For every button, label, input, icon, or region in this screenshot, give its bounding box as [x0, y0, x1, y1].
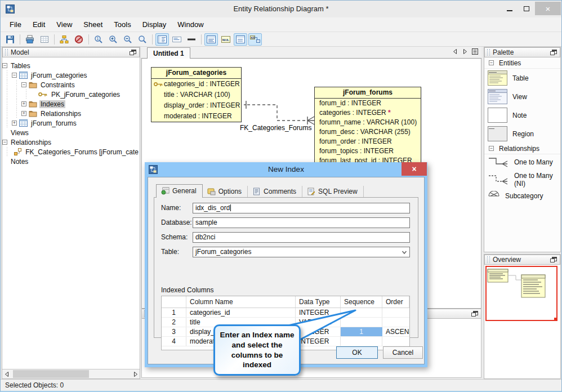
tree-item-relationships[interactable]: −Relationships — [2, 137, 140, 147]
save-button[interactable] — [3, 33, 17, 46]
tree-item-label[interactable]: Views — [10, 129, 30, 137]
zoom-actual-button[interactable]: 1 — [92, 33, 105, 46]
palette-item-subcategory[interactable]: Subcategory — [484, 189, 560, 203]
palette-section-entities[interactable]: −Entities — [484, 57, 560, 69]
tree-item-label[interactable]: Relationships — [39, 110, 82, 118]
model-tree-hscrollbar[interactable] — [2, 369, 140, 378]
panel-grip[interactable] — [5, 49, 8, 56]
menu-item-view[interactable]: View — [51, 17, 78, 32]
tree-item-jforum-forums[interactable]: +jForum_forums — [2, 118, 140, 128]
grid-header-order[interactable]: Order — [382, 296, 409, 308]
view-details-button[interactable] — [204, 33, 218, 46]
view-relation-button[interactable]: KR — [248, 33, 262, 46]
panel-grip[interactable] — [487, 49, 490, 56]
entity-column[interactable]: forum_topics : INTEGER — [315, 146, 421, 156]
palette-item-note[interactable]: Note — [484, 106, 560, 124]
entity-column[interactable]: forum_desc : VARCHAR (255) — [315, 127, 421, 137]
view-null-button[interactable]: NUL — [219, 33, 233, 46]
palette-section-relationships[interactable]: −Relationships — [484, 143, 560, 154]
tree-item-notes[interactable]: Notes — [2, 157, 140, 166]
tab-list-icon[interactable] — [472, 48, 478, 55]
tree-expander-plus[interactable]: + — [21, 111, 26, 116]
field-input[interactable]: idx_dis_ord — [193, 203, 410, 213]
grid-cell-rownum[interactable]: 3 — [162, 327, 186, 336]
entity-column[interactable]: categories_id : INTEGER — [151, 79, 241, 90]
palette-item-one-to-many[interactable]: One to Many — [484, 154, 560, 170]
palette-item-one-to-many-ni[interactable]: One to Many (NI) — [484, 170, 560, 189]
grid-cell-order[interactable] — [382, 337, 409, 346]
menu-item-sheet[interactable]: Sheet — [78, 17, 108, 32]
view-minimal-button[interactable] — [185, 33, 198, 46]
grid-header-rownum[interactable] — [162, 296, 186, 308]
relationship-label[interactable]: FK_Categories_Forums — [240, 124, 311, 132]
menu-item-file[interactable]: File — [4, 17, 27, 32]
tree-item-label[interactable]: Relationships — [10, 139, 52, 146]
field-input[interactable]: db2nci — [193, 232, 410, 243]
zoom-in-button[interactable] — [106, 33, 120, 46]
palette-item-view[interactable]: View — [484, 87, 560, 106]
dialog-tab-sql-preview[interactable]: SQL Preview — [302, 186, 364, 198]
float-panel-icon[interactable] — [550, 257, 557, 263]
field-input[interactable]: jForum_categories — [193, 247, 410, 257]
tree-item-pk-jforum-categories[interactable]: PK_jForum_categories — [2, 90, 140, 99]
grid-cell-order[interactable] — [382, 318, 409, 327]
tree-expander-minus[interactable]: − — [21, 82, 26, 87]
menu-item-display[interactable]: Display — [137, 17, 172, 32]
grid-cell-rownum[interactable]: 4 — [162, 337, 186, 346]
view-list-button[interactable] — [234, 33, 247, 46]
palette-item-table[interactable]: Table — [484, 69, 560, 87]
entity-column[interactable]: categories : INTEGER * — [315, 108, 421, 118]
entity-column[interactable]: display_order : INTEGER — [151, 100, 241, 111]
tree-item-jforum-categories[interactable]: −jForum_categories — [2, 70, 140, 80]
entity-column[interactable]: forum_order : INTEGER — [315, 137, 421, 146]
menu-item-window[interactable]: Window — [172, 17, 209, 32]
close-button[interactable]: × — [535, 2, 561, 15]
grid-cell-order[interactable]: ASCENDING — [382, 327, 409, 336]
chevron-down-icon[interactable] — [402, 250, 407, 255]
scroll-left-icon[interactable] — [2, 369, 11, 378]
prev-tab-icon[interactable] — [453, 49, 458, 54]
tree-item-label[interactable]: jForum_forums — [30, 119, 78, 127]
entity-jforum_categories[interactable]: jForum_categoriescategories_id : INTEGER… — [151, 67, 242, 122]
tree-item-label[interactable]: Notes — [10, 158, 29, 166]
tree-item-label[interactable]: FK_Categories_Forums [jForum_cate — [24, 148, 140, 156]
tree-item-fk-categories-forums-jforum-cate[interactable]: FK_Categories_Forums [jForum_cate — [2, 147, 140, 157]
view-compact-button[interactable] — [170, 33, 184, 46]
tree-expander-minus[interactable]: − — [2, 63, 7, 68]
entity-column[interactable]: title : VARCHAR (100) — [151, 90, 241, 100]
section-collapse-icon[interactable]: − — [489, 60, 494, 65]
float-panel-icon[interactable] — [130, 50, 136, 56]
tree-item-views[interactable]: Views — [2, 128, 140, 137]
tree-item-label[interactable]: PK_jForum_categories — [50, 91, 121, 99]
next-tab-icon[interactable] — [462, 49, 467, 54]
grid-cell-order[interactable] — [382, 308, 409, 317]
minimize-button[interactable] — [501, 2, 518, 15]
cancel-button[interactable]: Cancel — [383, 346, 423, 359]
view-outline-button[interactable] — [155, 33, 169, 46]
entity-title[interactable]: jForum_forums — [315, 87, 421, 99]
maximize-button[interactable] — [518, 2, 535, 15]
cancel-button[interactable] — [72, 33, 86, 46]
menu-item-edit[interactable]: Edit — [27, 17, 51, 32]
float-panel-icon[interactable] — [471, 311, 478, 317]
tree-item-tables[interactable]: −Tables — [2, 61, 140, 70]
scrollbar-thumb[interactable] — [13, 370, 89, 378]
tree-item-label[interactable]: Indexes — [39, 100, 65, 108]
tree-item-constraints[interactable]: −Constraints — [2, 80, 140, 90]
tree-item-relationships[interactable]: +Relationships — [2, 109, 140, 118]
zoom-out-button[interactable] — [121, 33, 135, 46]
tree-item-label[interactable]: Constraints — [39, 81, 76, 89]
field-input[interactable]: sample — [193, 217, 410, 228]
overview-viewport-handle[interactable] — [554, 318, 557, 321]
entity-column[interactable]: forum_id : INTEGER — [315, 99, 421, 108]
entity-column[interactable]: forumn_name : VARCHAR (100) — [315, 118, 421, 127]
scrollbar-track[interactable] — [11, 369, 131, 378]
entity-title[interactable]: jForum_categories — [151, 68, 241, 79]
document-tab[interactable]: Untitled 1 — [147, 47, 190, 59]
dialog-tab-options[interactable]: Options — [203, 186, 248, 198]
grid-cell-rownum[interactable]: 1 — [162, 308, 186, 317]
tree-expander-minus[interactable]: − — [12, 73, 17, 78]
tree-item-indexes[interactable]: +Indexes — [2, 99, 140, 109]
dialog-close-button[interactable]: × — [402, 162, 427, 176]
menu-item-tools[interactable]: Tools — [108, 17, 136, 32]
